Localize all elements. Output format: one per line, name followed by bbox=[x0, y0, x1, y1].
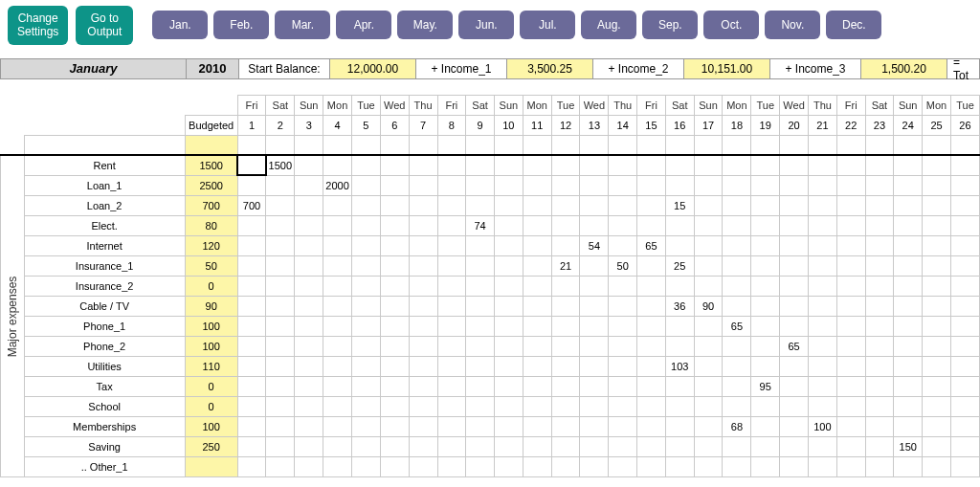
grid-cell[interactable] bbox=[836, 356, 865, 376]
grid-cell[interactable] bbox=[437, 336, 466, 356]
grid-cell[interactable] bbox=[809, 155, 837, 175]
grid-cell[interactable] bbox=[494, 235, 523, 255]
grid-cell[interactable] bbox=[665, 396, 694, 416]
grid-cell[interactable] bbox=[780, 316, 809, 336]
grid-cell[interactable] bbox=[494, 195, 523, 215]
grid-cell[interactable] bbox=[437, 235, 466, 255]
grid-cell[interactable] bbox=[352, 376, 381, 396]
grid-cell[interactable] bbox=[409, 276, 437, 296]
grid-cell[interactable] bbox=[923, 356, 951, 376]
grid-cell[interactable] bbox=[665, 316, 694, 336]
grid-cell[interactable] bbox=[580, 175, 609, 195]
month-button-9[interactable]: Sep. bbox=[642, 11, 698, 39]
income2-value[interactable]: 10,151.00 bbox=[684, 58, 770, 79]
grid-cell[interactable] bbox=[352, 255, 381, 276]
grid-cell[interactable] bbox=[466, 376, 495, 396]
grid-cell[interactable] bbox=[780, 215, 809, 235]
budgeted-cell[interactable]: 80 bbox=[185, 215, 237, 235]
grid-cell[interactable] bbox=[665, 215, 694, 235]
grid-cell[interactable] bbox=[780, 155, 809, 175]
grid-cell[interactable] bbox=[295, 356, 323, 376]
grid-cell[interactable] bbox=[580, 416, 609, 436]
grid-cell[interactable] bbox=[551, 416, 580, 436]
grid-cell[interactable] bbox=[380, 235, 409, 255]
month-button-11[interactable]: Nov. bbox=[765, 11, 820, 39]
grid-cell[interactable] bbox=[923, 175, 951, 195]
grid-cell[interactable] bbox=[237, 276, 266, 296]
grid-cell[interactable] bbox=[466, 356, 495, 376]
grid-cell[interactable] bbox=[865, 396, 894, 416]
grid-cell[interactable] bbox=[836, 215, 865, 235]
grid-cell[interactable] bbox=[809, 195, 837, 215]
grid-cell[interactable] bbox=[494, 215, 523, 235]
grid-cell[interactable] bbox=[580, 155, 609, 175]
grid-cell[interactable] bbox=[694, 215, 723, 235]
budgeted-cell[interactable]: 100 bbox=[185, 316, 237, 336]
grid-cell[interactable] bbox=[609, 376, 637, 396]
grid-cell[interactable] bbox=[266, 195, 295, 215]
grid-cell[interactable] bbox=[836, 155, 865, 175]
grid-cell[interactable] bbox=[865, 416, 894, 436]
grid-cell[interactable] bbox=[551, 336, 580, 356]
grid-cell[interactable] bbox=[466, 195, 495, 215]
grid-cell[interactable] bbox=[323, 195, 352, 215]
grid-cell[interactable] bbox=[551, 296, 580, 316]
grid-cell[interactable] bbox=[950, 316, 979, 336]
grid-cell[interactable] bbox=[894, 296, 923, 316]
grid-cell[interactable] bbox=[352, 175, 381, 195]
grid-cell[interactable] bbox=[809, 175, 837, 195]
grid-cell[interactable] bbox=[409, 456, 437, 476]
grid-cell[interactable] bbox=[836, 316, 865, 336]
grid-cell[interactable] bbox=[523, 276, 551, 296]
grid-cell[interactable] bbox=[637, 416, 666, 436]
grid-cell[interactable] bbox=[580, 296, 609, 316]
grid-cell[interactable] bbox=[950, 416, 979, 436]
grid-cell[interactable] bbox=[380, 456, 409, 476]
grid-cell[interactable] bbox=[409, 195, 437, 215]
grid-cell[interactable] bbox=[266, 396, 295, 416]
grid-cell[interactable] bbox=[580, 316, 609, 336]
grid-cell[interactable] bbox=[266, 376, 295, 396]
grid-cell[interactable] bbox=[780, 356, 809, 376]
grid-cell[interactable] bbox=[723, 175, 751, 195]
grid-cell[interactable] bbox=[494, 296, 523, 316]
grid-cell[interactable]: 1500 bbox=[266, 155, 295, 175]
budgeted-cell[interactable]: 90 bbox=[185, 296, 237, 316]
grid-cell[interactable] bbox=[237, 255, 266, 276]
grid-cell[interactable] bbox=[352, 296, 381, 316]
grid-cell[interactable]: 103 bbox=[665, 356, 694, 376]
grid-cell[interactable] bbox=[923, 396, 951, 416]
grid-cell[interactable] bbox=[409, 296, 437, 316]
grid-cell[interactable]: 36 bbox=[665, 296, 694, 316]
grid-cell[interactable] bbox=[723, 255, 751, 276]
grid-cell[interactable] bbox=[580, 215, 609, 235]
grid-cell[interactable] bbox=[780, 235, 809, 255]
grid-cell[interactable]: 15 bbox=[665, 195, 694, 215]
grid-cell[interactable] bbox=[836, 195, 865, 215]
grid-cell[interactable]: 700 bbox=[237, 195, 266, 215]
grid-cell[interactable] bbox=[380, 155, 409, 175]
grid-cell[interactable] bbox=[409, 215, 437, 235]
grid-cell[interactable] bbox=[894, 456, 923, 476]
grid-cell[interactable] bbox=[865, 436, 894, 456]
grid-cell[interactable] bbox=[295, 276, 323, 296]
grid-cell[interactable]: 65 bbox=[780, 336, 809, 356]
grid-cell[interactable] bbox=[380, 215, 409, 235]
grid-cell[interactable]: 90 bbox=[694, 296, 723, 316]
grid-cell[interactable] bbox=[551, 235, 580, 255]
budgeted-cell[interactable]: 700 bbox=[185, 195, 237, 215]
grid-cell[interactable] bbox=[266, 296, 295, 316]
budgeted-cell[interactable]: 1500 bbox=[185, 155, 237, 175]
grid-cell[interactable] bbox=[836, 296, 865, 316]
month-button-7[interactable]: Jul. bbox=[520, 11, 575, 39]
grid-cell[interactable] bbox=[923, 456, 951, 476]
grid-cell[interactable] bbox=[836, 336, 865, 356]
grid-cell[interactable] bbox=[950, 376, 979, 396]
grid-cell[interactable] bbox=[266, 215, 295, 235]
grid-cell[interactable] bbox=[780, 456, 809, 476]
grid-cell[interactable] bbox=[894, 155, 923, 175]
grid-cell[interactable] bbox=[723, 336, 751, 356]
month-button-10[interactable]: Oct. bbox=[703, 11, 759, 39]
grid-cell[interactable] bbox=[694, 316, 723, 336]
grid-cell[interactable] bbox=[551, 155, 580, 175]
